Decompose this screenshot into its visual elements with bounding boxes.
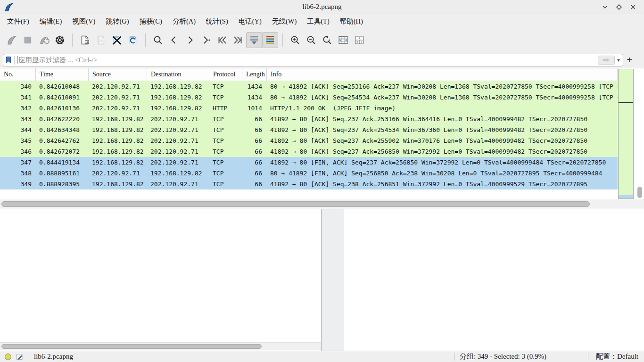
- magnifier-icon: [152, 34, 164, 46]
- open-file-button[interactable]: [77, 32, 93, 48]
- cell-info: 80 → 41892 [ACK] Seq=254534 Ack=237 Win=…: [267, 92, 618, 103]
- cell-time: 0.842642762: [36, 135, 89, 146]
- layout-panes-button[interactable]: 123: [351, 32, 367, 48]
- stop-square-icon: [22, 34, 33, 46]
- menu-item-跳转(G)[interactable]: 跳转(G): [100, 15, 134, 28]
- cell-time: 0.842622220: [36, 114, 89, 124]
- zoom-in-button[interactable]: [287, 32, 303, 48]
- colored-lines-icon: [264, 34, 276, 46]
- find-packet-button[interactable]: [150, 32, 166, 48]
- magnifier-reset-icon: [322, 34, 333, 46]
- intelligent-scrollbar-minimap[interactable]: [618, 69, 634, 199]
- cell-length: 66: [242, 135, 267, 146]
- packet-row-347[interactable]: 3470.844419134192.168.129.82202.120.92.7…: [0, 157, 618, 168]
- packet-list-horizontal-scrollbar[interactable]: [0, 199, 644, 209]
- column-header-info[interactable]: Info: [267, 68, 618, 81]
- cell-source: 192.168.129.82: [89, 179, 147, 189]
- packet-row-346[interactable]: 3460.842672072192.168.129.82202.120.92.7…: [0, 146, 618, 157]
- chevron-left-icon: [168, 34, 180, 46]
- menu-item-工具(T)[interactable]: 工具(T): [302, 15, 335, 28]
- menu-item-捕获(C)[interactable]: 捕获(C): [134, 15, 167, 28]
- save-file-button[interactable]: [93, 32, 109, 48]
- vertical-scrollbar-thumb[interactable]: [637, 187, 642, 198]
- menu-item-编辑(E)[interactable]: 编辑(E): [34, 15, 67, 28]
- start-capture-button[interactable]: [4, 32, 20, 48]
- resize-columns-button[interactable]: [335, 32, 351, 48]
- packet-row-345[interactable]: 3450.842642762192.168.129.82202.120.92.7…: [0, 135, 618, 146]
- column-header-no[interactable]: No.: [0, 68, 36, 81]
- colorize-button[interactable]: [262, 32, 278, 48]
- cell-destination: 192.168.129.82: [147, 92, 209, 103]
- column-header-destination[interactable]: Destination: [147, 68, 209, 81]
- toolbar-separator: [145, 33, 146, 47]
- go-first-button[interactable]: [214, 32, 230, 48]
- apply-filter-button[interactable]: [598, 56, 615, 65]
- cell-protocol: HTTP: [209, 103, 242, 114]
- add-filter-button[interactable]: +: [623, 55, 636, 66]
- minimize-button[interactable]: [598, 1, 612, 13]
- document-close-icon: [111, 34, 123, 46]
- packet-row-341[interactable]: 3410.842610091202.120.92.71192.168.129.8…: [0, 92, 618, 103]
- go-forward-button[interactable]: [182, 32, 198, 48]
- menu-item-电话(Y)[interactable]: 电话(Y): [233, 15, 267, 28]
- cell-destination: 192.168.129.82: [147, 81, 209, 92]
- lines-down-arrow-icon: [248, 34, 260, 46]
- filter-bar: 应用显示过滤器 ... <Ctrl-/> ▼ +: [0, 52, 644, 68]
- menu-item-文件(F)[interactable]: 文件(F): [2, 15, 34, 28]
- packet-row-342[interactable]: 3420.842610136202.120.92.71192.168.129.8…: [0, 103, 618, 114]
- packet-row-340[interactable]: 3400.842610048202.120.92.71192.168.129.8…: [0, 81, 618, 92]
- go-to-packet-button[interactable]: [198, 32, 214, 48]
- packet-row-348[interactable]: 3480.888895161202.120.92.71192.168.129.8…: [0, 168, 618, 179]
- detail-scrollbar-thumb[interactable]: [1, 344, 262, 349]
- menu-item-分析(A)[interactable]: 分析(A): [167, 15, 201, 28]
- cell-no: 344: [0, 124, 36, 135]
- toolbar-separator: [282, 33, 283, 47]
- lower-panes: [0, 209, 644, 351]
- cell-length: 1014: [242, 103, 267, 114]
- bookmark-icon[interactable]: [6, 56, 11, 64]
- menu-item-统计(S)[interactable]: 统计(S): [201, 15, 233, 28]
- cell-protocol: TCP: [209, 92, 242, 103]
- packet-row-343[interactable]: 3430.842622220192.168.129.82202.120.92.7…: [0, 114, 618, 124]
- column-header-length[interactable]: Length: [242, 68, 267, 81]
- auto-scroll-button[interactable]: [246, 32, 262, 48]
- status-bar: lib6-2.pcapng 分组: 349 · Selected: 3 (0.9…: [0, 351, 644, 362]
- vertical-scrollbar[interactable]: [636, 68, 644, 199]
- pane-splitter[interactable]: [322, 209, 344, 351]
- cell-length: 1434: [242, 92, 267, 103]
- display-filter-input[interactable]: 应用显示过滤器 ... <Ctrl-/> ▼: [3, 54, 623, 66]
- cell-destination: 202.120.92.71: [147, 114, 209, 124]
- cell-destination: 202.120.92.71: [147, 157, 209, 168]
- detail-pane-horizontal-scrollbar[interactable]: [0, 342, 321, 350]
- stop-capture-button[interactable]: [20, 32, 36, 48]
- restart-capture-button[interactable]: [36, 32, 52, 48]
- go-last-button[interactable]: [230, 32, 246, 48]
- close-button[interactable]: [626, 1, 640, 13]
- cell-info: 41892 → 80 [FIN, ACK] Seq=237 Ack=256850…: [267, 157, 618, 168]
- column-header-source[interactable]: Source: [89, 68, 147, 81]
- zoom-out-button[interactable]: [303, 32, 319, 48]
- horizontal-scrollbar-thumb[interactable]: [1, 201, 590, 207]
- cell-length: 1434: [242, 81, 267, 92]
- close-file-button[interactable]: [109, 32, 125, 48]
- filter-placeholder: 应用显示过滤器 ... <Ctrl-/>: [18, 56, 97, 65]
- maximize-button[interactable]: [612, 1, 626, 13]
- expert-info-icon[interactable]: [5, 354, 11, 360]
- profile-label[interactable]: 配置：Default: [588, 352, 644, 361]
- packet-row-344[interactable]: 3440.842634348192.168.129.82202.120.92.7…: [0, 124, 618, 135]
- packet-row-349[interactable]: 3490.888928395192.168.129.82202.120.92.7…: [0, 179, 618, 189]
- column-header-time[interactable]: Time: [36, 68, 89, 81]
- menu-item-帮助(H)[interactable]: 帮助(H): [335, 15, 368, 28]
- menu-item-无线(W)[interactable]: 无线(W): [267, 15, 302, 28]
- zoom-reset-button[interactable]: [319, 32, 335, 48]
- packet-stats: 分组: 349 · Selected: 3 (0.9%): [455, 352, 588, 361]
- reload-file-button[interactable]: [125, 32, 141, 48]
- cell-destination: 192.168.129.82: [147, 103, 209, 114]
- capture-comment-icon[interactable]: [16, 353, 24, 361]
- go-back-button[interactable]: [166, 32, 182, 48]
- menu-item-视图(V)[interactable]: 视图(V): [67, 15, 100, 28]
- capture-options-button[interactable]: [52, 32, 68, 48]
- column-header-protocol[interactable]: Protocol: [209, 68, 242, 81]
- gear-icon: [54, 34, 66, 46]
- filter-dropdown-caret[interactable]: ▼: [616, 58, 621, 63]
